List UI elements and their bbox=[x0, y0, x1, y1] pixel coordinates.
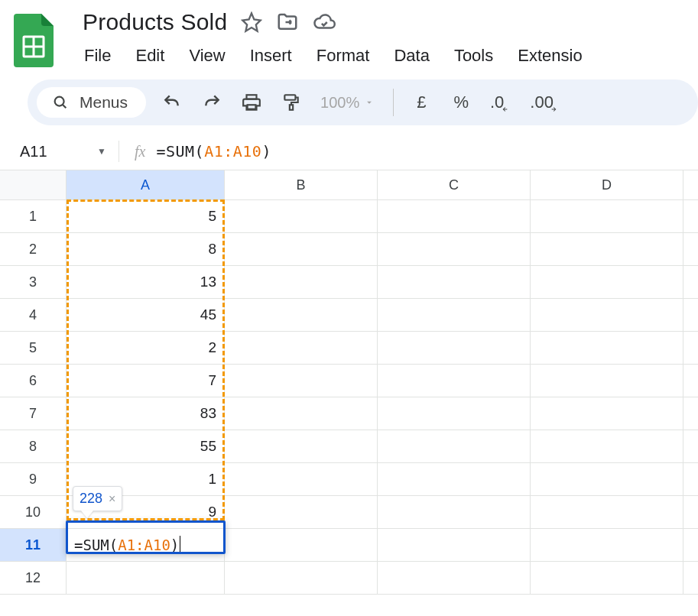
cell[interactable] bbox=[531, 266, 683, 298]
col-header-a[interactable]: A bbox=[67, 170, 225, 199]
cell[interactable] bbox=[378, 332, 531, 364]
cell-a3[interactable]: 13 bbox=[67, 266, 225, 298]
col-header-c[interactable]: C bbox=[378, 170, 531, 199]
cloud-status-icon[interactable] bbox=[313, 11, 336, 34]
menu-format[interactable]: Format bbox=[315, 43, 372, 69]
cell[interactable] bbox=[378, 200, 531, 232]
row-header[interactable]: 1 bbox=[0, 200, 67, 232]
cell[interactable] bbox=[378, 233, 531, 265]
search-icon bbox=[52, 94, 69, 111]
cell[interactable] bbox=[378, 365, 531, 397]
row-header[interactable]: 6 bbox=[0, 365, 67, 397]
print-button[interactable] bbox=[238, 89, 265, 116]
search-menus[interactable]: Menus bbox=[37, 87, 146, 118]
cell[interactable] bbox=[225, 233, 378, 265]
name-box[interactable]: A11 ▼ bbox=[15, 143, 118, 160]
row-header[interactable]: 10 bbox=[0, 496, 67, 528]
cell[interactable] bbox=[378, 562, 531, 594]
currency-button[interactable]: £ bbox=[409, 92, 433, 112]
cell[interactable] bbox=[225, 463, 378, 495]
cell[interactable] bbox=[225, 496, 378, 528]
row-header[interactable]: 8 bbox=[0, 430, 67, 462]
menu-data[interactable]: Data bbox=[392, 43, 430, 69]
move-folder-icon[interactable] bbox=[276, 11, 299, 34]
row-header[interactable]: 3 bbox=[0, 266, 67, 298]
cell[interactable] bbox=[225, 365, 378, 397]
cell[interactable] bbox=[225, 397, 378, 430]
cell[interactable] bbox=[378, 397, 531, 430]
cell[interactable] bbox=[531, 200, 683, 232]
cell[interactable] bbox=[531, 299, 683, 331]
cell[interactable] bbox=[378, 496, 531, 528]
decrease-decimal-button[interactable]: .0 bbox=[489, 92, 516, 112]
cell-a2[interactable]: 8 bbox=[67, 233, 225, 265]
doc-title[interactable]: Products Sold bbox=[83, 9, 227, 35]
cell[interactable] bbox=[531, 529, 683, 561]
star-icon[interactable] bbox=[241, 11, 262, 33]
select-all-corner[interactable] bbox=[0, 170, 67, 199]
row-header[interactable]: 12 bbox=[0, 562, 67, 594]
redo-button[interactable] bbox=[198, 89, 226, 116]
toolbar-separator bbox=[393, 89, 394, 116]
cell[interactable] bbox=[531, 365, 683, 397]
cell-a6[interactable]: 7 bbox=[67, 365, 225, 397]
cell[interactable] bbox=[225, 562, 378, 594]
row-header[interactable]: 2 bbox=[0, 233, 67, 265]
formula-bar-row: A11 ▼ fx =SUM(A1:A10) bbox=[0, 133, 698, 170]
cell[interactable] bbox=[225, 332, 378, 364]
cell[interactable] bbox=[225, 529, 378, 561]
cell-a5[interactable]: 2 bbox=[67, 332, 225, 364]
sheets-logo[interactable] bbox=[8, 8, 60, 69]
table-row: 6 7 bbox=[0, 365, 698, 397]
close-icon[interactable]: × bbox=[109, 492, 115, 506]
toolbar: Menus 100% £ % .0 .00 bbox=[28, 79, 698, 125]
cell[interactable] bbox=[225, 266, 378, 298]
cell[interactable] bbox=[531, 430, 683, 462]
menu-edit[interactable]: Edit bbox=[134, 43, 166, 69]
cell[interactable] bbox=[225, 200, 378, 232]
cell-a7[interactable]: 83 bbox=[67, 397, 225, 430]
cell-a11[interactable]: =SUM(A1:A10) bbox=[67, 529, 225, 561]
menu-file[interactable]: File bbox=[83, 43, 112, 69]
cell[interactable] bbox=[378, 463, 531, 495]
cell[interactable] bbox=[378, 529, 531, 561]
percent-button[interactable]: % bbox=[446, 92, 476, 112]
zoom-dropdown[interactable]: 100% bbox=[317, 94, 378, 112]
undo-icon bbox=[162, 92, 182, 112]
row-header[interactable]: 5 bbox=[0, 332, 67, 364]
print-icon bbox=[242, 92, 261, 112]
cell[interactable] bbox=[225, 299, 378, 331]
redo-icon bbox=[202, 92, 222, 112]
undo-button[interactable] bbox=[158, 89, 186, 116]
table-row: 3 13 bbox=[0, 266, 698, 299]
cell[interactable] bbox=[531, 463, 683, 495]
cell[interactable] bbox=[531, 332, 683, 364]
menu-tools[interactable]: Tools bbox=[453, 43, 495, 69]
spreadsheet-grid[interactable]: A B C D 1 5 2 8 3 13 4 45 5 2 6 bbox=[0, 170, 698, 595]
paint-format-button[interactable] bbox=[278, 89, 305, 116]
cell[interactable] bbox=[531, 562, 683, 594]
col-header-d[interactable]: D bbox=[531, 170, 683, 199]
row-header[interactable]: 9 bbox=[0, 463, 67, 495]
cell-a8[interactable]: 55 bbox=[67, 430, 225, 462]
menu-extensions[interactable]: Extensio bbox=[516, 43, 583, 69]
cell[interactable] bbox=[225, 430, 378, 462]
cell[interactable] bbox=[67, 562, 225, 594]
menu-view[interactable]: View bbox=[187, 43, 226, 69]
cell-a1[interactable]: 5 bbox=[67, 200, 225, 232]
arrow-right-small-icon bbox=[549, 105, 560, 113]
cell[interactable] bbox=[378, 266, 531, 298]
formula-bar[interactable]: =SUM(A1:A10) bbox=[156, 142, 271, 160]
cell[interactable] bbox=[531, 233, 683, 265]
cell-a4[interactable]: 45 bbox=[67, 299, 225, 331]
menu-insert[interactable]: Insert bbox=[248, 43, 294, 69]
row-header[interactable]: 11 bbox=[0, 529, 67, 561]
cell[interactable] bbox=[378, 430, 531, 462]
row-header[interactable]: 4 bbox=[0, 299, 67, 331]
col-header-b[interactable]: B bbox=[225, 170, 378, 199]
cell[interactable] bbox=[531, 397, 683, 430]
cell[interactable] bbox=[378, 299, 531, 331]
cell[interactable] bbox=[531, 496, 683, 528]
increase-decimal-button[interactable]: .00 bbox=[528, 92, 566, 112]
row-header[interactable]: 7 bbox=[0, 397, 67, 430]
